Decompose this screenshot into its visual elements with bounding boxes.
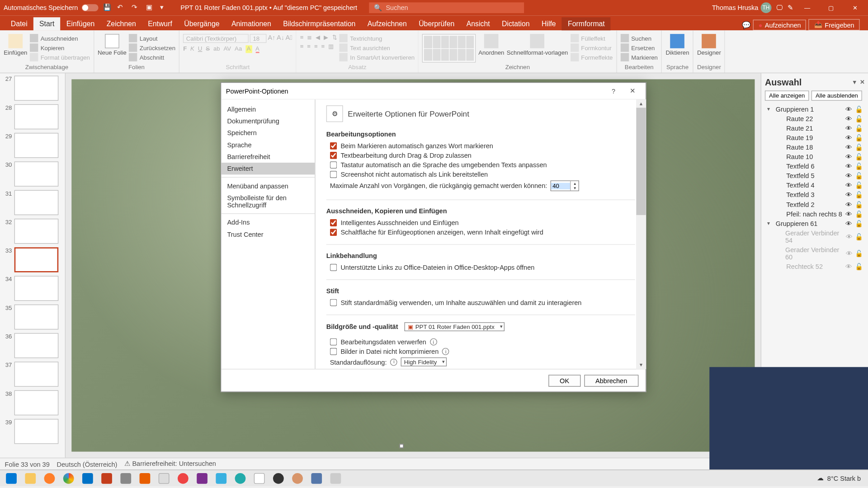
lock-icon[interactable]: 🔓 — [855, 153, 862, 160]
pane-dropdown-icon[interactable]: ▾ — [853, 79, 856, 85]
selection-item[interactable]: Raute 19👁🔓 — [765, 133, 864, 142]
clear-format-icon[interactable]: A⃠ — [286, 34, 292, 43]
nav-allgemein[interactable]: Allgemein — [221, 103, 315, 115]
chrome-icon[interactable] — [60, 471, 78, 485]
thumbnail[interactable]: 38 — [2, 390, 62, 415]
linespacing-icon[interactable]: ⇅ — [332, 34, 337, 41]
designer-button[interactable]: Designer — [697, 34, 721, 56]
select-button[interactable]: Markieren — [621, 53, 658, 61]
selection-item[interactable]: ▾Gruppieren 61👁🔓 — [765, 219, 864, 228]
thumbnail-preview[interactable] — [14, 361, 59, 386]
telegram-icon[interactable] — [231, 471, 250, 485]
app-icon[interactable] — [155, 471, 173, 485]
visibility-icon[interactable]: 👁 — [845, 211, 853, 218]
visibility-icon[interactable]: 👁 — [845, 201, 853, 208]
minimize-button[interactable]: — — [797, 0, 816, 15]
slide-counter[interactable]: Folie 33 von 39 — [5, 460, 50, 468]
maximize-button[interactable]: ▢ — [821, 0, 840, 15]
tab-hilfe[interactable]: Hilfe — [536, 17, 562, 30]
visibility-icon[interactable]: 👁 — [845, 115, 853, 122]
selection-item[interactable]: Textfeld 3👁🔓 — [765, 190, 864, 200]
nav-trust[interactable]: Trust Center — [221, 228, 315, 240]
undo-icon[interactable]: ↶ — [117, 4, 125, 12]
visibility-icon[interactable]: 👁 — [845, 105, 853, 113]
doc-target-combo[interactable]: ▣PPT 01 Roter Faden 001.pptx — [405, 322, 505, 331]
weather-text[interactable]: 8°C Stark b — [827, 474, 861, 482]
visibility-icon[interactable]: 👁 — [845, 163, 853, 170]
visibility-icon[interactable]: 👁 — [845, 144, 853, 151]
align-text-button[interactable]: Text ausrichten — [339, 43, 415, 52]
visibility-icon[interactable]: 👁 — [846, 250, 853, 257]
cb-no-compress[interactable] — [330, 348, 337, 355]
redo-icon[interactable]: ↷ — [132, 4, 140, 12]
case-button[interactable]: Aa — [235, 45, 242, 53]
selection-item[interactable]: Pfeil: nach rechts 8👁🔓 — [765, 209, 864, 219]
find-button[interactable]: Suchen — [621, 34, 658, 42]
italic-button[interactable]: K — [190, 45, 194, 53]
shadow-button[interactable]: ab — [213, 45, 220, 53]
copy-button[interactable]: Kopieren — [30, 43, 90, 52]
thumbnail[interactable]: 29 — [2, 133, 62, 158]
lock-icon[interactable]: 🔓 — [855, 220, 862, 227]
cancel-button[interactable]: Abbrechen — [584, 375, 638, 386]
thumbnail-preview[interactable] — [14, 190, 59, 215]
selection-item[interactable]: Raute 18👁🔓 — [765, 142, 864, 152]
cb-auto-keyboard[interactable] — [330, 161, 337, 169]
scroll-up-icon[interactable]: ▲ — [636, 99, 646, 108]
lock-icon[interactable]: 🔓 — [855, 250, 862, 257]
app-icon[interactable] — [250, 471, 269, 485]
search-box[interactable]: 🔍 Suchen — [369, 2, 524, 13]
nav-menueband[interactable]: Menüband anpassen — [221, 180, 315, 192]
cb-pen-select[interactable] — [330, 299, 337, 306]
columns-icon[interactable]: ▥ — [328, 43, 334, 50]
font-color-button[interactable]: A — [255, 45, 259, 53]
cb-discard-edit[interactable] — [330, 338, 337, 346]
shape-effects-button[interactable]: Formeffekte — [571, 53, 613, 61]
selection-item[interactable]: Gerader Verbinder 54👁🔓 — [765, 228, 864, 245]
ok-button[interactable]: OK — [548, 375, 580, 386]
thumbnail[interactable]: 28 — [2, 104, 62, 129]
tab-bildschirm[interactable]: Bildschirmpräsentation — [277, 17, 361, 30]
tab-einfuegen[interactable]: Einfügen — [61, 17, 101, 30]
app-icon[interactable] — [288, 471, 307, 485]
shape-fill-button[interactable]: Fülleffekt — [571, 34, 613, 42]
lock-icon[interactable]: 🔓 — [855, 172, 862, 179]
highlight-button[interactable]: A — [245, 45, 252, 53]
onenote-icon[interactable] — [193, 471, 211, 485]
decrease-font-icon[interactable]: A↓ — [277, 34, 284, 43]
spin-down[interactable]: ▼ — [570, 186, 578, 191]
font-family-combo[interactable]: Calibri (Textkörper) — [183, 34, 249, 43]
selection-handle[interactable] — [400, 444, 404, 448]
thumbnail-preview[interactable] — [14, 161, 59, 186]
thumbnail-preview[interactable] — [14, 276, 59, 301]
powerpoint-icon[interactable] — [98, 471, 116, 485]
lock-icon[interactable]: 🔓 — [855, 163, 862, 170]
visibility-icon[interactable]: 👁 — [845, 220, 853, 227]
shape-outline-button[interactable]: Formkontur — [571, 43, 613, 52]
scroll-down-icon[interactable]: ▼ — [636, 361, 646, 369]
visibility-icon[interactable]: 👁 — [845, 153, 853, 160]
thumbnail[interactable]: 34 — [2, 276, 62, 301]
lock-icon[interactable]: 🔓 — [855, 125, 862, 132]
thumbnail-preview[interactable] — [14, 104, 59, 129]
format-painter-button[interactable]: Format übertragen — [30, 53, 90, 61]
cb-drag-drop[interactable] — [330, 152, 337, 159]
increase-font-icon[interactable]: A↑ — [268, 34, 275, 43]
strike-button[interactable]: S — [206, 45, 210, 53]
app-icon[interactable] — [117, 471, 135, 485]
cb-paste-options[interactable] — [330, 229, 337, 236]
share-button[interactable]: 📤Freigeben — [809, 19, 860, 30]
layout-button[interactable]: Layout — [129, 34, 175, 42]
app-icon[interactable] — [212, 471, 230, 485]
dialog-help-button[interactable]: ? — [605, 84, 622, 98]
numbering-icon[interactable]: ≣ — [307, 34, 312, 41]
tab-aufzeichnen[interactable]: Aufzeichnen — [362, 17, 413, 30]
tab-zeichnen[interactable]: Zeichnen — [101, 17, 142, 30]
slide-thumbnails[interactable]: 27282930313233343536373839 — [0, 73, 66, 458]
firefox-icon[interactable] — [41, 471, 59, 485]
cb-office-links[interactable] — [330, 264, 337, 271]
undo-count-spinner[interactable]: ▲▼ — [551, 181, 579, 192]
weather-icon[interactable]: ☁ — [817, 474, 824, 482]
present-icon[interactable]: 🖵 — [776, 4, 783, 11]
tab-animationen[interactable]: Animationen — [226, 17, 277, 30]
